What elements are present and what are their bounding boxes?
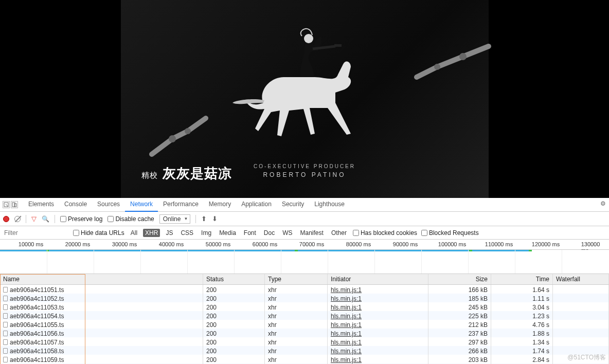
filter-other[interactable]: Other [329, 229, 349, 237]
credit-name: ROBERTO PATINO [254, 171, 355, 178]
devtools-tab-bar: Elements Console Sources Network Perform… [0, 198, 609, 212]
table-row[interactable]: aeb906a4c11056.ts200xhrhls.min.js:1237 k… [0, 329, 609, 337]
throttle-select[interactable]: Online [159, 214, 191, 224]
initiator-link[interactable]: hls.min.js:1 [331, 313, 362, 320]
initiator-link[interactable]: hls.min.js:1 [331, 348, 362, 355]
filter-media[interactable]: Media [217, 229, 238, 237]
filter-input[interactable] [2, 228, 69, 238]
device-toolbar-icon[interactable] [11, 201, 18, 208]
ruler-tick: 100000 ms [438, 241, 466, 247]
table-row[interactable]: aeb906a4c11054.ts200xhrhls.min.js:1225 k… [0, 311, 609, 320]
col-name[interactable]: Name [0, 274, 203, 284]
table-header[interactable]: Name Status Type Initiator Size Time Wat… [0, 274, 609, 285]
filter-css[interactable]: CSS [178, 229, 195, 237]
ruler-tick: 50000 ms [206, 241, 230, 247]
tab-memory[interactable]: Memory [204, 197, 236, 212]
filter-all[interactable]: All [129, 229, 139, 237]
ruler-tick: 120000 ms [532, 241, 560, 247]
gear-icon[interactable]: ⚙ [600, 200, 606, 207]
separator [26, 215, 26, 223]
col-initiator[interactable]: Initiator [328, 274, 428, 284]
initiator-link[interactable]: hls.min.js:1 [331, 295, 362, 302]
timeline-overview[interactable] [0, 250, 609, 274]
ruler-tick: 30000 ms [112, 241, 137, 247]
filter-js[interactable]: JS [164, 229, 175, 237]
table-row[interactable]: aeb906a4c11059.ts200xhrhls.min.js:1203 k… [0, 355, 609, 363]
table-row[interactable]: aeb906a4c11052.ts200xhrhls.min.js:1185 k… [0, 294, 609, 302]
record-button[interactable] [3, 216, 9, 222]
tab-elements[interactable]: Elements [23, 197, 59, 212]
request-table: Name Status Type Initiator Size Time Wat… [0, 274, 609, 364]
tab-security[interactable]: Security [277, 197, 309, 212]
col-type[interactable]: Type [265, 274, 328, 284]
subtitle-text: 灰灰是菇凉 [163, 166, 232, 181]
robot-arm-left [147, 103, 224, 165]
file-icon [3, 339, 8, 345]
file-icon [3, 348, 8, 354]
separator [195, 215, 196, 223]
blocked-requests-checkbox[interactable]: Blocked Requests [421, 229, 479, 236]
preserve-log-checkbox[interactable]: Preserve log [60, 215, 102, 223]
initiator-link[interactable]: hls.min.js:1 [331, 356, 362, 363]
table-row[interactable]: aeb906a4c11051.ts200xhrhls.min.js:1166 k… [0, 285, 609, 294]
upload-icon[interactable]: ⬆ [201, 215, 207, 223]
svg-rect-5 [334, 44, 342, 47]
col-status[interactable]: Status [203, 274, 265, 284]
col-waterfall[interactable]: Waterfall [553, 274, 609, 284]
tab-sources[interactable]: Sources [92, 197, 125, 212]
tab-network[interactable]: Network [125, 197, 158, 212]
ruler-tick: 60000 ms [253, 241, 277, 247]
subtitle: 精校 灰灰是菇凉 [141, 165, 232, 183]
table-row[interactable]: aeb906a4c11058.ts200xhrhls.min.js:1266 k… [0, 346, 609, 355]
blocked-cookies-checkbox[interactable]: Has blocked cookies [353, 229, 417, 236]
download-icon[interactable]: ⬇ [212, 215, 218, 223]
filter-ws[interactable]: WS [280, 229, 294, 237]
hide-dataurls-checkbox[interactable]: Hide data URLs [73, 229, 124, 236]
robot-arm-right [401, 41, 494, 123]
filter-row: Hide data URLs All XHR JS CSS Img Media … [0, 226, 609, 240]
table-body[interactable]: aeb906a4c11051.ts200xhrhls.min.js:1166 k… [0, 285, 609, 364]
tab-application[interactable]: Application [236, 197, 277, 212]
disable-cache-checkbox[interactable]: Disable cache [108, 215, 154, 223]
table-row[interactable]: aeb906a4c11053.ts200xhrhls.min.js:1245 k… [0, 302, 609, 311]
ruler-tick: 90000 ms [393, 241, 418, 247]
table-row[interactable]: aeb906a4c11055.ts200xhrhls.min.js:1212 k… [0, 320, 609, 329]
file-icon [3, 304, 8, 310]
filter-toggle-icon[interactable]: ▽ [31, 215, 37, 223]
filter-img[interactable]: Img [199, 229, 213, 237]
filter-xhr[interactable]: XHR [143, 229, 160, 237]
network-toolbar: ▽ 🔍 Preserve log Disable cache Online ⬆ … [0, 212, 609, 226]
ruler-tick: 70000 ms [299, 241, 324, 247]
tab-console[interactable]: Console [59, 197, 92, 212]
initiator-link[interactable]: hls.min.js:1 [331, 321, 362, 329]
credit-block: CO-EXECUTIVE PRODUCER ROBERTO PATINO [254, 163, 355, 178]
clear-button[interactable] [14, 216, 21, 222]
col-size[interactable]: Size [428, 274, 491, 284]
tab-performance[interactable]: Performance [158, 197, 204, 212]
filter-font[interactable]: Font [242, 229, 258, 237]
subtitle-prefix: 精校 [141, 171, 160, 179]
file-icon [3, 322, 8, 327]
initiator-link[interactable]: hls.min.js:1 [331, 286, 362, 294]
ruler-tick: 80000 ms [346, 241, 371, 247]
col-time[interactable]: Time [491, 274, 553, 284]
search-icon[interactable]: 🔍 [42, 215, 49, 223]
initiator-link[interactable]: hls.min.js:1 [331, 304, 362, 311]
table-row[interactable]: aeb906a4c11057.ts200xhrhls.min.js:1297 k… [0, 337, 609, 346]
ruler-tick: 110000 ms [485, 241, 513, 247]
video-player[interactable]: CO-EXECUTIVE PRODUCER ROBERTO PATINO 精校 … [0, 0, 609, 198]
inspect-icon[interactable] [3, 201, 10, 208]
file-icon [3, 331, 8, 336]
initiator-link[interactable]: hls.min.js:1 [331, 339, 362, 346]
file-icon [3, 357, 8, 362]
separator [55, 215, 55, 223]
filter-doc[interactable]: Doc [262, 229, 277, 237]
initiator-link[interactable]: hls.min.js:1 [331, 330, 362, 337]
watermark: @51CTO博客 [567, 353, 606, 362]
svg-point-2 [459, 53, 467, 60]
filter-manifest[interactable]: Manifest [298, 229, 326, 237]
tab-lighthouse[interactable]: Lighthouse [309, 197, 350, 212]
credit-role: CO-EXECUTIVE PRODUCER [254, 163, 355, 169]
type-filter-group: All XHR JS CSS Img Media Font Doc WS Man… [129, 229, 349, 237]
timeline-ruler[interactable]: 10000 ms 20000 ms 30000 ms 40000 ms 5000… [0, 240, 609, 250]
